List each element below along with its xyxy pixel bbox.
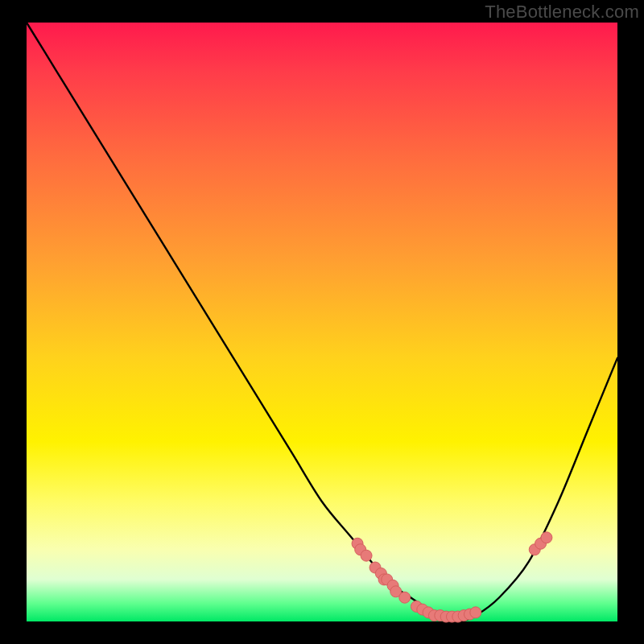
curve-marker: [541, 532, 552, 543]
chart-plot-area: [27, 23, 617, 621]
chart-frame: TheBottleneck.com: [0, 0, 644, 644]
curve-marker: [470, 607, 481, 618]
curve-markers: [352, 532, 552, 622]
bottleneck-curve: [27, 23, 617, 621]
curve-marker: [399, 592, 411, 603]
curve-marker: [361, 550, 372, 561]
watermark-label: TheBottleneck.com: [485, 2, 639, 23]
chart-svg: [27, 23, 617, 621]
